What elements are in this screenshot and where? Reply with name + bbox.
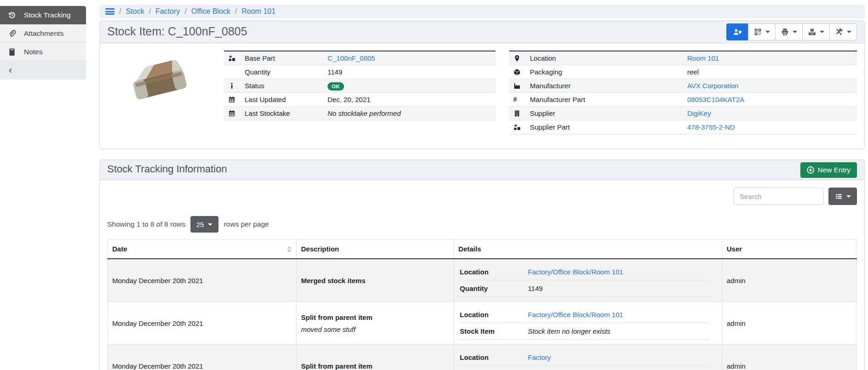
search-input[interactable] — [734, 188, 824, 205]
detail-location-link[interactable]: Factory/Office Block/Room 101 — [528, 311, 708, 319]
field-label: Base Part — [245, 54, 328, 62]
table-row-supplier: Supplier DigiKey — [509, 107, 857, 120]
detail-row: Location Factory/Office Block/Room 101 — [459, 307, 709, 323]
detail-value: 1149 — [528, 285, 708, 292]
industry-icon — [513, 82, 521, 90]
capacitor-image — [120, 52, 194, 112]
detail-row: Quantity 1149 — [459, 280, 709, 297]
column-header-date[interactable]: Date — [108, 239, 297, 259]
calendar-icon — [228, 96, 236, 103]
item-summary-table: Base Part C_100nF_0805 Quantity 1149 Sta… — [224, 51, 495, 120]
entry-description: Split from parent item — [301, 362, 449, 370]
tools-icon — [835, 28, 844, 36]
table-row-last-stocktake: Last Stocktake No stocktake performed — [224, 107, 495, 120]
chevron-down-icon — [820, 31, 824, 33]
detail-label: Stock Item — [460, 327, 528, 335]
item-actions-button[interactable] — [829, 23, 857, 40]
supplier-link[interactable]: DigiKey — [687, 109, 853, 117]
clipboard-icon — [8, 48, 16, 56]
sidebar-item-attachments[interactable]: Attachments — [0, 24, 86, 43]
user-shield-icon — [733, 28, 742, 36]
calendar-icon — [228, 110, 236, 117]
list-columns-icon — [835, 193, 843, 200]
sidebar-item-label: Stock Tracking — [24, 11, 71, 19]
chevron-down-icon — [846, 195, 851, 198]
hashtag-icon: # — [513, 96, 530, 103]
stock-tracking-panel: Stock Tracking Information New Entry Sho… — [99, 159, 865, 370]
table-row-packaging: Packaging reel — [509, 65, 857, 79]
new-entry-label: New Entry — [818, 166, 851, 174]
detail-label: Location — [460, 353, 528, 361]
last-updated-value: Dec. 20, 2021 — [328, 96, 491, 103]
printer-icon — [781, 28, 789, 36]
sidebar-item-notes[interactable]: Notes — [0, 43, 86, 61]
chevron-down-icon — [847, 31, 851, 33]
field-label: Quantity — [245, 68, 328, 76]
breadcrumb-link-factory[interactable]: Factory — [155, 7, 180, 16]
last-stocktake-value: No stocktake performed — [328, 109, 491, 117]
entry-description: Merged stock items — [301, 277, 449, 285]
location-link[interactable]: Room 101 — [687, 54, 853, 62]
stock-actions-button[interactable] — [802, 23, 830, 40]
table-row-supplier-part: Supplier Part 478-3755-2-ND — [509, 120, 857, 134]
table-row-manufacturer: Manufacturer AVX Corporation — [509, 79, 857, 93]
supplier-part-link[interactable]: 478-3755-2-ND — [687, 123, 853, 131]
table-row: Monday December 20th 2021 Split from par… — [108, 302, 857, 345]
print-actions-button[interactable] — [775, 23, 803, 40]
field-label: Manufacturer — [530, 82, 687, 90]
packaging-value: reel — [687, 68, 853, 76]
item-purchase-table: Location Room 101 Packaging reel Manufac… — [509, 51, 857, 134]
stock-item-thumbnail[interactable] — [120, 52, 212, 142]
tracking-panel-title: Stock Tracking Information — [107, 162, 227, 178]
table-row-base-part: Base Part C_100nF_0805 — [224, 51, 495, 65]
stock-item-toolbar — [726, 23, 857, 40]
chevron-down-icon — [208, 223, 213, 226]
history-icon — [8, 11, 16, 19]
detail-location-link[interactable]: Factory/Office Block/Room 101 — [528, 268, 708, 276]
column-settings-button[interactable] — [828, 188, 857, 205]
detail-label: Quantity — [460, 285, 528, 292]
base-part-link[interactable]: C_100nF_0805 — [328, 54, 491, 62]
column-header-details: Details — [454, 239, 722, 259]
tracking-panel-header: Stock Tracking Information New Entry — [100, 160, 864, 180]
quantity-value: 1149 — [328, 68, 491, 76]
page-size-dropdown[interactable]: 25 — [190, 216, 219, 233]
table-row-quantity: Quantity 1149 — [224, 65, 495, 79]
user-shield-button[interactable] — [726, 23, 748, 40]
breadcrumb-link-stock[interactable]: Stock — [126, 7, 144, 16]
menu-icon[interactable] — [105, 8, 115, 15]
breadcrumb-separator: / — [184, 7, 186, 16]
manufacturer-part-link[interactable]: 08053C104KAT2A — [687, 96, 853, 103]
breadcrumb-separator: / — [119, 7, 121, 16]
breadcrumb-link-office-block[interactable]: Office Block — [191, 7, 230, 16]
table-row-last-updated: Last Updated Dec. 20, 2021 — [224, 93, 495, 107]
stock-item-panel-header: Stock Item: C_100nF_0805 — [100, 21, 864, 43]
table-row-location: Location Room 101 — [509, 51, 857, 65]
manufacturer-link[interactable]: AVX Corporation — [687, 82, 853, 90]
field-label: Last Stocktake — [245, 109, 328, 117]
column-header-user: User — [722, 239, 857, 259]
tracking-panel-body: Showing 1 to 8 of 8 rows 25 rows per pag… — [100, 180, 864, 370]
column-header-label: Date — [112, 245, 127, 253]
sidebar-item-stock-tracking[interactable]: Stock Tracking — [0, 6, 86, 24]
barcode-actions-button[interactable] — [748, 23, 776, 40]
sidebar-collapse-button[interactable]: ‹ — [0, 61, 86, 80]
page-title: Stock Item: C_100nF_0805 — [107, 24, 247, 40]
cell-description: Split from parent item — [296, 345, 454, 370]
showing-rows-text: Showing 1 to 8 of 8 rows — [107, 220, 185, 228]
breadcrumb-link-room-101[interactable]: Room 101 — [241, 7, 276, 16]
cell-user: admin — [722, 345, 857, 370]
box-icon — [513, 68, 521, 76]
breadcrumb-separator: / — [149, 7, 150, 16]
building-icon — [513, 110, 521, 117]
pagination-info: Showing 1 to 8 of 8 rows 25 rows per pag… — [107, 216, 857, 233]
shapes-icon — [228, 55, 236, 62]
detail-location-link[interactable]: Factory — [528, 353, 708, 361]
cell-date: Monday December 20th 2021 — [108, 302, 297, 345]
boxes-icon — [808, 28, 816, 36]
cell-details: Location Factory/Office Block/Room 101 S… — [454, 302, 722, 345]
rows-per-page-text: rows per page — [224, 220, 269, 228]
table-controls — [107, 188, 857, 205]
shapes-icon — [513, 124, 521, 131]
new-entry-button[interactable]: New Entry — [800, 162, 857, 178]
